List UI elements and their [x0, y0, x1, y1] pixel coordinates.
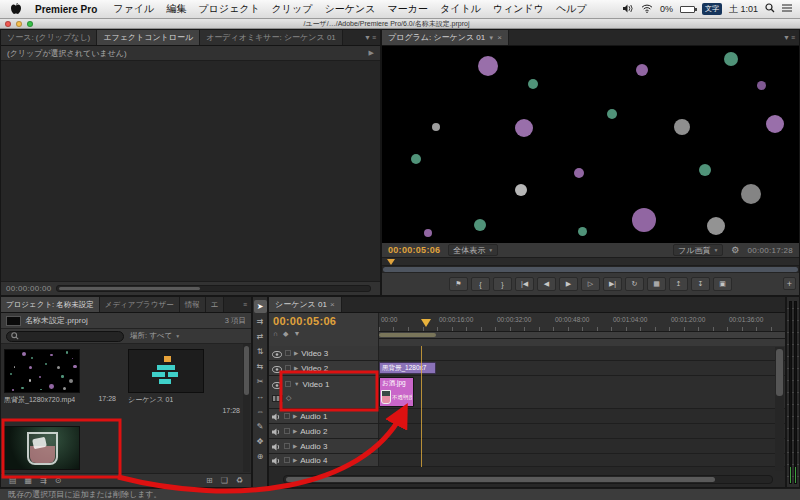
- new-bin-icon[interactable]: ⊞: [206, 476, 213, 485]
- apple-menu-icon[interactable]: [10, 3, 21, 15]
- tab-program[interactable]: プログラム: シーケンス 01 ▼ ×: [382, 30, 509, 45]
- project-item-sequence[interactable]: シーケンス 01 17:28: [128, 349, 246, 414]
- program-preview[interactable]: [382, 46, 799, 243]
- slip-tool[interactable]: ↔: [254, 390, 267, 403]
- zoom-window-button[interactable]: [27, 21, 33, 27]
- panel-menu-icon[interactable]: ▼≡: [360, 30, 380, 45]
- rate-stretch-tool[interactable]: ⇆: [254, 360, 267, 373]
- track-content[interactable]: お酒.jpg 不透明度▼: [379, 376, 785, 408]
- track-lock-toggle[interactable]: [284, 428, 290, 434]
- close-sequence-icon[interactable]: ×: [330, 300, 335, 309]
- program-scrollbar[interactable]: [382, 266, 799, 273]
- collapse-track-icon[interactable]: ▶: [294, 350, 298, 356]
- volume-icon[interactable]: [623, 4, 634, 15]
- new-item-icon[interactable]: ❏: [221, 476, 228, 485]
- toggle-track-mute-icon[interactable]: [272, 409, 281, 423]
- automate-sequence-icon[interactable]: ⇶: [40, 476, 47, 485]
- notification-center-icon[interactable]: [782, 4, 792, 15]
- search-input[interactable]: [6, 331, 124, 342]
- tab-effect-controls[interactable]: エフェクトコントロール: [97, 30, 200, 45]
- spotlight-icon[interactable]: [765, 3, 775, 15]
- clip-osake[interactable]: お酒.jpg 不透明度▼: [379, 377, 414, 407]
- app-menu[interactable]: Premiere Pro: [29, 4, 103, 15]
- wifi-icon[interactable]: [641, 4, 653, 15]
- extract-button[interactable]: ↧: [691, 277, 710, 291]
- tab-info[interactable]: 情報: [180, 297, 206, 312]
- track-content[interactable]: [379, 424, 785, 438]
- tab-source[interactable]: ソース: (クリップなし): [1, 30, 97, 45]
- show-timeline-view-icon[interactable]: ▶: [369, 49, 374, 57]
- settings-wrench-icon[interactable]: ⚙: [731, 245, 739, 255]
- clip-keyframe-selector[interactable]: 不透明度▼: [392, 394, 412, 401]
- rolling-edit-tool[interactable]: ⇅: [254, 345, 267, 358]
- project-item-black-video[interactable]: 黒背景_1280x720.mp417:28: [4, 349, 122, 405]
- menu-item[interactable]: タイトル: [434, 2, 487, 16]
- track-lock-toggle[interactable]: [284, 443, 290, 449]
- track-content[interactable]: [379, 409, 785, 423]
- expand-track-icon[interactable]: ▼: [294, 381, 299, 387]
- tab-audio-mixer[interactable]: オーディオミキサー: シーケンス 01: [200, 30, 343, 45]
- work-area-bar[interactable]: [379, 332, 785, 339]
- toggle-track-mute-icon[interactable]: [272, 439, 281, 453]
- timeline-timecode[interactable]: 00:00:05:06: [273, 315, 374, 327]
- timeline-vscrollbar[interactable]: [775, 347, 784, 471]
- set-display-style-icon[interactable]: [272, 395, 283, 402]
- panel-menu-icon[interactable]: ≡: [239, 297, 251, 312]
- track-content[interactable]: [379, 454, 785, 466]
- loop-button[interactable]: ↻: [625, 277, 644, 291]
- add-marker-button[interactable]: ⚑: [449, 277, 468, 291]
- track-content[interactable]: 黒背景_1280x7: [379, 361, 785, 375]
- mark-in-button[interactable]: {: [471, 277, 490, 291]
- export-frame-button[interactable]: ▣: [713, 277, 732, 291]
- toggle-track-output-icon[interactable]: [272, 346, 282, 360]
- track-lock-toggle[interactable]: [285, 350, 291, 356]
- program-current-timecode[interactable]: 00:00:05:06: [388, 245, 440, 255]
- track-lock-toggle[interactable]: [285, 381, 291, 387]
- tab-project[interactable]: プロジェクト: 名称未設定: [1, 297, 100, 312]
- window-titlebar[interactable]: /ユーザ/…/Adobe/Premiere Pro/6.0/名称未設定.prpr…: [0, 19, 800, 29]
- timeline-ruler[interactable]: 00:0000:00:16:0000:00:32:0000:00:48:0000…: [379, 313, 785, 332]
- menu-item[interactable]: ヘルプ: [550, 2, 593, 16]
- location-filter-select[interactable]: 場所: すべて▼: [130, 331, 180, 341]
- list-view-icon[interactable]: ▤: [9, 476, 17, 485]
- slide-tool[interactable]: ⇔: [254, 405, 267, 418]
- timeline-hscrollbar[interactable]: [283, 475, 773, 484]
- menubar-clock[interactable]: 土 1:01: [729, 3, 758, 16]
- track-select-tool[interactable]: ⇉: [254, 315, 267, 328]
- program-scrubber[interactable]: [382, 257, 799, 266]
- step-back-button[interactable]: ◀: [537, 277, 556, 291]
- selection-tool[interactable]: ➤: [254, 300, 267, 313]
- menu-item[interactable]: ウィンドウ: [487, 2, 550, 16]
- step-forward-button[interactable]: ▷: [581, 277, 600, 291]
- button-editor-plus[interactable]: +: [783, 277, 796, 290]
- collapse-track-icon[interactable]: ▶: [293, 413, 297, 419]
- encore-marker-icon[interactable]: ◆: [283, 330, 288, 338]
- icon-view-icon[interactable]: ▦: [25, 476, 33, 485]
- chevron-down-icon[interactable]: ▼: [488, 35, 494, 41]
- menu-item[interactable]: プロジェクト: [192, 2, 265, 16]
- quality-select[interactable]: フル画質▼: [673, 244, 723, 256]
- play-button[interactable]: ▶: [559, 277, 578, 291]
- menu-item[interactable]: マーカー: [381, 2, 433, 16]
- collapse-track-icon[interactable]: ▶: [293, 443, 297, 449]
- toggle-track-output-icon[interactable]: [272, 361, 282, 375]
- project-vscrollbar[interactable]: [243, 344, 250, 472]
- set-marker-icon[interactable]: ▼: [293, 330, 300, 338]
- menu-item[interactable]: 編集: [160, 2, 192, 16]
- trash-icon[interactable]: ♻: [236, 476, 243, 485]
- zoom-level-select[interactable]: 全体表示▼: [448, 244, 498, 256]
- effect-controls-scrollbar[interactable]: [56, 285, 371, 292]
- safe-margins-button[interactable]: ▦: [647, 277, 666, 291]
- mark-out-button[interactable]: }: [493, 277, 512, 291]
- collapse-track-icon[interactable]: ▶: [293, 428, 297, 434]
- zoom-tool[interactable]: ⊕: [254, 450, 267, 463]
- track-lock-toggle[interactable]: [284, 413, 290, 419]
- menu-item[interactable]: クリップ: [266, 2, 319, 16]
- menu-item[interactable]: シーケンス: [319, 2, 382, 16]
- tab-effects-truncated[interactable]: エ: [206, 297, 225, 312]
- collapse-track-icon[interactable]: ▶: [293, 457, 297, 463]
- find-icon[interactable]: ⊙: [55, 476, 62, 485]
- work-area-segment[interactable]: [379, 333, 436, 337]
- show-keyframes-icon[interactable]: ◇: [286, 394, 291, 402]
- panel-menu-icon[interactable]: ▼≡: [779, 30, 799, 45]
